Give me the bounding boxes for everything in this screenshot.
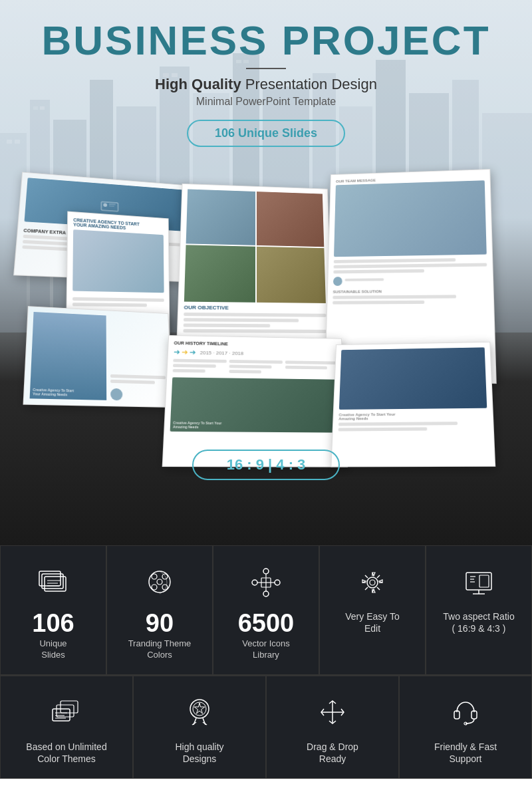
svg-line-54 — [377, 575, 380, 578]
main-title: BUSINESS PROJECT — [0, 20, 532, 61]
svg-point-47 — [367, 577, 378, 588]
svg-rect-24 — [101, 201, 118, 211]
svg-point-39 — [157, 579, 162, 585]
slides-badge: 106 Unique Slides — [187, 120, 345, 147]
slide-card-7: Creative Agency To Start YourAmazing Nee… — [331, 342, 495, 467]
feature-ratio: Two aspect Ratio( 16:9 & 4:3 ) — [426, 545, 532, 675]
feature-number-slides: 106 — [32, 610, 74, 636]
svg-rect-66 — [61, 701, 78, 713]
monitor-icon — [459, 563, 499, 602]
feature-drag: Drag & DropReady — [266, 676, 399, 779]
feature-label-drag: Drag & DropReady — [307, 741, 358, 765]
vector-icon — [246, 563, 286, 602]
svg-point-25 — [103, 203, 107, 207]
svg-point-37 — [152, 585, 157, 590]
drag-icon — [313, 693, 352, 733]
feature-color-themes: Based on UnlimitedColor Themes — [0, 676, 133, 779]
feature-number-colors: 90 — [146, 610, 174, 636]
features-grid-bottom: Based on UnlimitedColor Themes High qual… — [0, 676, 532, 779]
svg-line-55 — [365, 587, 368, 590]
feature-edit: Very Easy ToEdit — [319, 545, 426, 675]
feature-label-color-themes: Based on UnlimitedColor Themes — [26, 741, 106, 765]
svg-point-41 — [275, 580, 280, 585]
feature-quality: High qualityDesigns — [133, 676, 266, 779]
ratio-badge: 16 : 9 | 4 : 3 — [192, 450, 340, 480]
features-section: 106 UniqueSlides 90 Tranding ThemeColors — [0, 545, 532, 779]
palette-icon — [140, 563, 180, 602]
slide-card-6: Our History Timeline ➜ ➜ ➜ 2015 · 2017 ·… — [162, 335, 348, 467]
svg-point-43 — [263, 591, 269, 597]
svg-point-42 — [263, 569, 269, 574]
award-icon — [180, 693, 219, 733]
svg-line-52 — [365, 575, 368, 578]
svg-rect-64 — [53, 709, 70, 721]
feature-label-slides: UniqueSlides — [39, 638, 66, 661]
svg-point-56 — [370, 580, 375, 585]
feature-support: Friendly & FastSupport — [399, 676, 532, 779]
feature-label-quality: High qualityDesigns — [175, 741, 223, 765]
feature-label-ratio: Two aspect Ratio( 16:9 & 4:3 ) — [443, 610, 514, 634]
feature-number-icons: 6500 — [238, 610, 295, 636]
slides-icon — [33, 563, 73, 602]
subtitle-bold: High Quality — [155, 76, 241, 92]
svg-rect-63 — [479, 575, 489, 587]
title-divider — [246, 68, 286, 69]
svg-line-27 — [109, 205, 114, 206]
feature-label-icons: Vector IconsLibrary — [242, 638, 290, 661]
slides-preview: Company Extra Services Creative Agency T… — [0, 160, 532, 440]
top-section: BUSINESS PROJECT High Quality Presentati… — [0, 0, 532, 545]
cards-icon — [47, 693, 86, 733]
gear-icon — [352, 563, 392, 602]
feature-slides: 106 UniqueSlides — [0, 545, 106, 675]
subtitle-rest: Presentation Design — [241, 76, 377, 92]
feature-label-colors: Tranding ThemeColors — [128, 638, 192, 661]
slide-card-5: Creative Agency To StartYour Amazing Nee… — [23, 306, 172, 408]
svg-line-26 — [109, 203, 116, 204]
feature-colors: 90 Tranding ThemeColors — [106, 545, 213, 675]
svg-rect-65 — [57, 705, 74, 717]
subtitle-main: High Quality Presentation Design — [0, 76, 532, 93]
feature-label-support: Friendly & FastSupport — [434, 741, 497, 765]
features-grid-top: 106 UniqueSlides 90 Tranding ThemeColors — [0, 545, 532, 676]
feature-icons: 6500 Vector IconsLibrary — [213, 545, 319, 675]
svg-point-35 — [152, 574, 157, 579]
tagline: Minimal PowerPoint Template — [0, 96, 532, 108]
header-area: BUSINESS PROJECT High Quality Presentati… — [0, 0, 532, 154]
headset-icon — [446, 693, 485, 733]
feature-label-edit: Very Easy ToEdit — [345, 610, 399, 634]
svg-line-53 — [377, 587, 380, 590]
svg-point-40 — [252, 580, 257, 585]
svg-point-36 — [162, 574, 168, 579]
